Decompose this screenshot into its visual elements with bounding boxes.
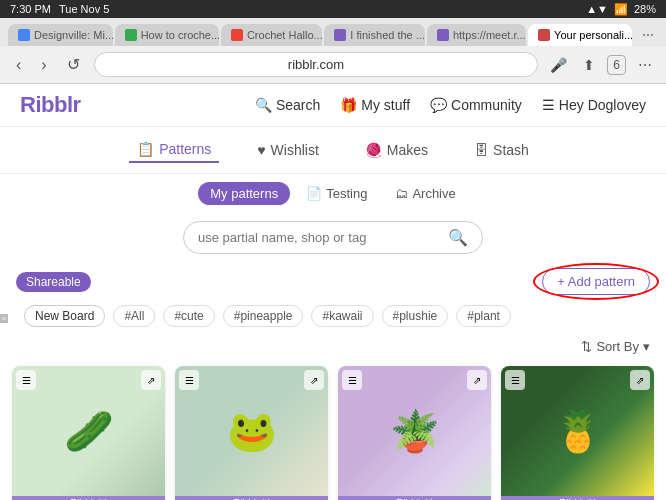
sub-tabs: My patterns 📄 Testing 🗂 Archive <box>0 174 666 213</box>
ribblr-banner-1: Ribblr it! <box>175 496 328 500</box>
gift-icon: 🎁 <box>340 97 357 113</box>
share-button[interactable]: ⬆ <box>579 55 599 75</box>
browser-tab-5[interactable]: https://meet.r... ✕ <box>427 24 526 46</box>
tab-label-5: https://meet.r... <box>453 29 526 41</box>
tabs-count-button[interactable]: 6 <box>607 55 626 75</box>
forward-button[interactable]: › <box>35 54 52 76</box>
sub-tab-testing[interactable]: 📄 Testing <box>294 182 379 205</box>
card-image-2: 🪴 ☰ ⇗ <box>338 366 491 496</box>
address-bar[interactable]: ribblr.com <box>94 52 539 77</box>
back-button[interactable]: ‹ <box>10 54 27 76</box>
browser-tab-2[interactable]: How to croche... ✕ <box>115 24 219 46</box>
archive-icon: 🗂 <box>395 186 408 201</box>
search-input[interactable] <box>198 230 448 245</box>
tab-label-2: How to croche... <box>141 29 219 41</box>
sub-tab-my-patterns[interactable]: My patterns <box>198 182 290 205</box>
add-pattern-button[interactable]: + Add pattern <box>542 268 650 295</box>
header-user-menu[interactable]: ☰ Hey Doglovey <box>542 97 646 113</box>
status-wifi: ▲▼ <box>586 3 608 15</box>
reload-button[interactable]: ↺ <box>61 53 86 76</box>
hashtag-cute[interactable]: #cute <box>163 305 214 327</box>
tab-label-6: Your personali... <box>554 29 632 41</box>
card-share-icon-2[interactable]: ⇗ <box>467 370 487 390</box>
tab-makes[interactable]: 🧶 Makes <box>357 137 436 163</box>
header-nav: 🔍 Search 🎁 My stuff 💬 Community ☰ Hey Do… <box>255 97 646 113</box>
sub-tab-archive-label: Archive <box>412 186 455 201</box>
header-community[interactable]: 💬 Community <box>430 97 522 113</box>
sub-tab-testing-label: Testing <box>326 186 367 201</box>
tab-stash[interactable]: 🗄 Stash <box>466 137 537 163</box>
ribblr-banner-0: Ribblr it! <box>12 496 165 500</box>
card-share-icon-3[interactable]: ⇗ <box>630 370 650 390</box>
card-share-icon-1[interactable]: ⇗ <box>304 370 324 390</box>
tab-favicon-3 <box>231 29 243 41</box>
pattern-card-0[interactable]: 🥒 ☰ ⇗ Ribblr it! Perry the Pickle ✏ BZ K… <box>12 366 165 500</box>
hashtag-all[interactable]: #All <box>113 305 155 327</box>
status-date: Tue Nov 5 <box>59 3 109 15</box>
tab-patterns-label: Patterns <box>159 141 211 157</box>
browser-nav-icons: 🎤 ⬆ 6 ⋯ <box>546 55 656 75</box>
status-signal: 📶 <box>614 3 628 16</box>
testing-icon: 📄 <box>306 186 322 201</box>
search-icon: 🔍 <box>255 97 272 113</box>
mic-button[interactable]: 🎤 <box>546 55 571 75</box>
hashtag-bar: New Board #All #cute #pineapple #kawaii … <box>8 301 527 335</box>
card-menu-icon-3[interactable]: ☰ <box>505 370 525 390</box>
status-battery: 28% <box>634 3 656 15</box>
card-top-icons-0: ☰ ⇗ <box>16 370 161 390</box>
header-my-stuff[interactable]: 🎁 My stuff <box>340 97 410 113</box>
main-tabs: 📋 Patterns ♥ Wishlist 🧶 Makes 🗄 Stash <box>0 127 666 174</box>
sort-bar[interactable]: ⇅ Sort By ▾ <box>0 335 666 360</box>
sort-label: Sort By <box>596 339 639 354</box>
card-top-icons-3: ☰ ⇗ <box>505 370 650 390</box>
menu-button[interactable]: ⋯ <box>634 55 656 75</box>
hashtag-kawaii[interactable]: #kawaii <box>311 305 373 327</box>
card-top-icons-2: ☰ ⇗ <box>342 370 487 390</box>
pattern-card-1[interactable]: 🐸 ☰ ⇗ Ribblr it! No sew leggy frog ✏ Lal… <box>175 366 328 500</box>
address-text: ribblr.com <box>107 57 526 72</box>
app-header: Ribblr 🔍 Search 🎁 My stuff 💬 Community ☰… <box>0 84 666 127</box>
new-board-button[interactable]: New Board <box>24 305 105 327</box>
shareable-badge[interactable]: Shareable <box>16 272 91 292</box>
browser-tab-4[interactable]: I finished the ... ✕ <box>324 24 425 46</box>
tab-wishlist[interactable]: ♥ Wishlist <box>249 137 327 163</box>
sub-tab-archive[interactable]: 🗂 Archive <box>383 182 467 205</box>
status-bar: 7:30 PM Tue Nov 5 ▲▼ 📶 28% <box>0 0 666 18</box>
app: Ribblr 🔍 Search 🎁 My stuff 💬 Community ☰… <box>0 84 666 500</box>
tab-label-1: Designville: Mi... <box>34 29 113 41</box>
browser-tab-6[interactable]: Your personali... ✕ <box>528 24 632 46</box>
sort-chevron-icon: ▾ <box>643 339 650 354</box>
tab-label-3: Crochet Hallo... <box>247 29 322 41</box>
hashtag-pineapple[interactable]: #pineapple <box>223 305 304 327</box>
card-menu-icon-1[interactable]: ☰ <box>179 370 199 390</box>
header-community-label: Community <box>451 97 522 113</box>
header-search-label: Search <box>276 97 320 113</box>
tab-favicon-4 <box>334 29 346 41</box>
hashtag-plushie[interactable]: #plushie <box>382 305 449 327</box>
header-my-stuff-label: My stuff <box>361 97 410 113</box>
sub-tab-my-patterns-label: My patterns <box>210 186 278 201</box>
search-submit-button[interactable]: 🔍 <box>448 228 468 247</box>
card-menu-icon-2[interactable]: ☰ <box>342 370 362 390</box>
card-menu-icon-0[interactable]: ☰ <box>16 370 36 390</box>
app-logo: Ribblr <box>20 92 81 118</box>
browser-more-tabs[interactable]: ⋯ <box>638 24 658 46</box>
card-share-icon-0[interactable]: ⇗ <box>141 370 161 390</box>
tab-patterns[interactable]: 📋 Patterns <box>129 137 219 163</box>
sort-icon: ⇅ <box>581 339 592 354</box>
ribblr-banner-2: Ribblr it! <box>338 496 491 500</box>
hashtag-section: » New Board #All #cute #pineapple #kawai… <box>0 301 666 335</box>
browser-tab-1[interactable]: Designville: Mi... ✕ <box>8 24 113 46</box>
header-search[interactable]: 🔍 Search <box>255 97 320 113</box>
browser-tab-3[interactable]: Crochet Hallo... ✕ <box>221 24 322 46</box>
yarn-icon: 🧶 <box>365 142 382 158</box>
search-box[interactable]: 🔍 <box>183 221 483 254</box>
hashtag-plant[interactable]: #plant <box>456 305 511 327</box>
card-image-0: 🥒 ☰ ⇗ <box>12 366 165 496</box>
pattern-card-2[interactable]: 🪴 ☰ ⇗ Ribblr it! Plant Pot Hanger ✏ Ribb… <box>338 366 491 500</box>
expand-side-btn[interactable]: » <box>0 314 8 323</box>
browser-nav: ‹ › ↺ ribblr.com 🎤 ⬆ 6 ⋯ <box>0 46 666 83</box>
browser-chrome: Designville: Mi... ✕ How to croche... ✕ … <box>0 18 666 84</box>
pattern-card-3[interactable]: 🍍 ☰ ⇗ Ribblr it! Crocheted Pineap-Pal ✏ … <box>501 366 654 500</box>
filter-left: Shareable <box>16 272 91 292</box>
